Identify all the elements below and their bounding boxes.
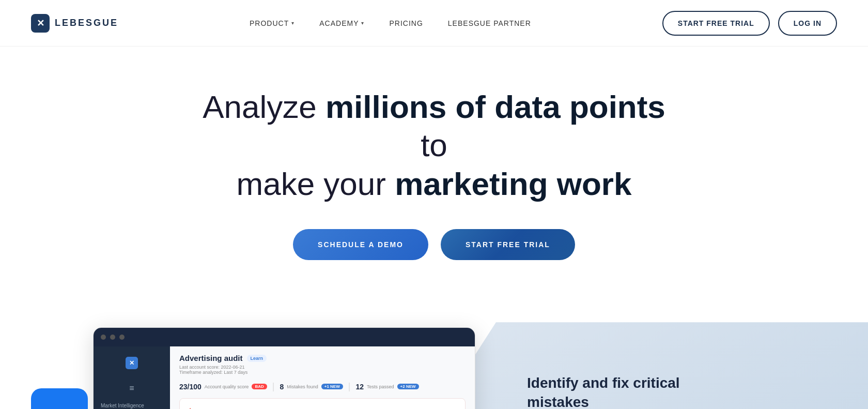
window-dot-3 bbox=[119, 335, 125, 340]
app-sidebar: ✕ ≡ Market Intelligence Analytics ▾ Mark… bbox=[94, 346, 170, 409]
alert-icon: ⚠ bbox=[186, 406, 194, 409]
navbar: ✕ LEBESGUE PRODUCT ▾ ACADEMY ▾ PRICING L… bbox=[0, 0, 868, 47]
app-content: ✕ ≡ Market Intelligence Analytics ▾ Mark… bbox=[94, 346, 475, 409]
app-mockup-container: f ✕ ≡ Market Intelligence A bbox=[41, 327, 475, 409]
stat-tests: 12 Tests passed +2 NEW bbox=[355, 383, 419, 391]
nav-start-trial-button[interactable]: START FREE TRIAL bbox=[662, 11, 770, 36]
nav-link-pricing[interactable]: PRICING bbox=[389, 19, 423, 27]
score-badge: BAD bbox=[252, 384, 267, 389]
nav-links: PRODUCT ▾ ACADEMY ▾ PRICING LEBESGUE PAR… bbox=[250, 19, 531, 27]
nav-link-partner[interactable]: LEBESGUE PARTNER bbox=[448, 19, 531, 27]
app-main-title: Advertising audit Learn bbox=[179, 354, 466, 362]
sidebar-logo-icon: ✕ bbox=[126, 357, 138, 369]
right-text-section: Identify and fix critical mistakes bbox=[475, 332, 868, 409]
logo-text: LEBESGUE bbox=[55, 18, 118, 28]
nav-item-academy[interactable]: ACADEMY ▾ bbox=[319, 19, 364, 27]
sidebar-item-market-intel[interactable]: Market Intelligence bbox=[94, 398, 170, 409]
stat-score: 23/100 Account quality score BAD bbox=[179, 383, 267, 391]
alert-card: ⚠ bbox=[179, 398, 466, 409]
chevron-down-icon: ▾ bbox=[361, 20, 364, 26]
app-window-titlebar bbox=[94, 328, 475, 346]
start-trial-button[interactable]: START FREE TRIAL bbox=[441, 229, 575, 260]
logo-link[interactable]: ✕ LEBESGUE bbox=[31, 14, 118, 33]
sidebar-menu-icon: ≡ bbox=[94, 378, 170, 398]
hero-buttons: SCHEDULE A DEMO START FREE TRIAL bbox=[31, 229, 837, 260]
chevron-down-icon: ▾ bbox=[291, 20, 295, 26]
window-dot-1 bbox=[101, 335, 106, 340]
facebook-icon-overlay: f bbox=[31, 388, 88, 409]
learn-badge[interactable]: Learn bbox=[247, 355, 267, 362]
nav-link-product[interactable]: PRODUCT ▾ bbox=[250, 19, 295, 27]
app-subtitle: Last account score: 2022-06-21 Timeframe… bbox=[179, 365, 466, 375]
tests-badge: +2 NEW bbox=[397, 384, 419, 389]
nav-link-academy[interactable]: ACADEMY ▾ bbox=[319, 19, 364, 27]
stats-row: 23/100 Account quality score BAD | 8 Mis… bbox=[179, 381, 466, 392]
bottom-section: f ✕ ≡ Market Intelligence A bbox=[0, 332, 868, 409]
window-dot-2 bbox=[110, 335, 115, 340]
logo-icon: ✕ bbox=[31, 14, 50, 33]
nav-item-partner[interactable]: LEBESGUE PARTNER bbox=[448, 19, 531, 27]
hero-title: Analyze millions of data points to make … bbox=[202, 88, 667, 203]
nav-item-pricing[interactable]: PRICING bbox=[389, 19, 423, 27]
hero-section: Analyze millions of data points to make … bbox=[0, 47, 868, 332]
sidebar-logo: ✕ bbox=[94, 353, 170, 373]
mistakes-badge: +1 NEW bbox=[321, 384, 343, 389]
nav-item-product[interactable]: PRODUCT ▾ bbox=[250, 19, 295, 27]
schedule-demo-button[interactable]: SCHEDULE A DEMO bbox=[293, 229, 428, 260]
nav-actions: START FREE TRIAL LOG IN bbox=[662, 11, 837, 36]
stat-mistakes: 8 Mistakes found +1 NEW bbox=[280, 383, 343, 391]
nav-login-button[interactable]: LOG IN bbox=[778, 11, 837, 36]
app-window: ✕ ≡ Market Intelligence Analytics ▾ Mark… bbox=[93, 327, 475, 409]
right-heading: Identify and fix critical mistakes bbox=[527, 374, 682, 409]
app-main-content: Advertising audit Learn Last account sco… bbox=[170, 346, 475, 409]
